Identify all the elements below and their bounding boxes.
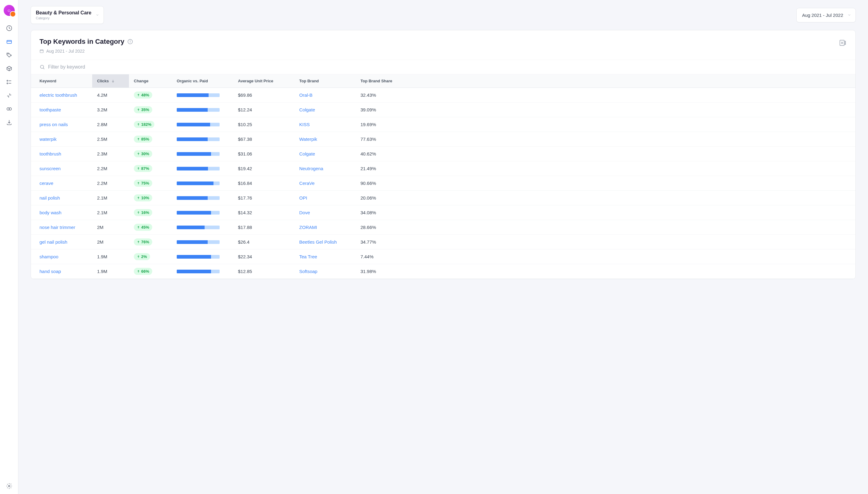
- brand-link[interactable]: CeraVe: [294, 177, 356, 189]
- organic-cell: [172, 266, 233, 277]
- logo[interactable]: ☺: [4, 5, 15, 16]
- filter-input[interactable]: [48, 64, 847, 70]
- col-price[interactable]: Average Unit Price: [233, 74, 294, 88]
- list-icon[interactable]: [6, 79, 12, 85]
- brand-link[interactable]: Beetles Gel Polish: [294, 236, 356, 248]
- card-icon[interactable]: [6, 39, 12, 45]
- svg-rect-15: [40, 50, 43, 53]
- price-value: $16.84: [233, 177, 294, 189]
- col-keyword[interactable]: Keyword: [31, 74, 92, 88]
- share-value: 90.66%: [356, 177, 855, 189]
- organic-cell: [172, 163, 233, 174]
- change-cell: 35%: [129, 102, 172, 117]
- clicks-value: 3.2M: [92, 103, 129, 116]
- brand-link[interactable]: Softsoap: [294, 265, 356, 278]
- brand-link[interactable]: Neutrogena: [294, 162, 356, 175]
- keyword-link[interactable]: body wash: [31, 206, 92, 219]
- keyword-link[interactable]: toothbrush: [31, 148, 92, 160]
- info-icon[interactable]: [127, 39, 133, 44]
- change-cell: 85%: [129, 132, 172, 146]
- change-badge: 87%: [134, 165, 152, 172]
- filter-row: [31, 60, 855, 74]
- organic-cell: [172, 90, 233, 101]
- brand-link[interactable]: Oral-B: [294, 89, 356, 101]
- table-row: nose hair trimmer 2M 45% $17.88 ZORAMI 2…: [31, 220, 855, 235]
- brand-link[interactable]: Colgate: [294, 148, 356, 160]
- keyword-link[interactable]: sunscreen: [31, 162, 92, 175]
- category-title: Beauty & Personal Care: [36, 10, 91, 16]
- brand-link[interactable]: Dove: [294, 206, 356, 219]
- price-value: $10.25: [233, 118, 294, 131]
- search-icon: [39, 64, 45, 70]
- brand-link[interactable]: Colgate: [294, 103, 356, 116]
- col-organic[interactable]: Organic vs. Paid: [172, 74, 233, 88]
- table-row: nail polish 2.1M 10% $17.76 OPI 20.06%: [31, 191, 855, 205]
- col-share[interactable]: Top Brand Share: [356, 74, 855, 88]
- box-icon[interactable]: [6, 65, 12, 72]
- change-badge: 30%: [134, 150, 152, 157]
- organic-bar: [177, 167, 220, 170]
- keyword-link[interactable]: shampoo: [31, 250, 92, 263]
- table-row: hand soap 1.9M 66% $12.85 Softsoap 31.98…: [31, 264, 855, 279]
- compress-icon[interactable]: [6, 92, 12, 98]
- category-subtitle: Category: [36, 16, 91, 20]
- clock-icon[interactable]: [6, 25, 12, 31]
- organic-cell: [172, 104, 233, 115]
- organic-cell: [172, 192, 233, 204]
- link-icon[interactable]: [6, 106, 12, 112]
- brand-link[interactable]: OPI: [294, 192, 356, 204]
- col-clicks[interactable]: Clicks: [92, 74, 129, 88]
- organic-bar: [177, 211, 220, 214]
- keyword-link[interactable]: gel nail polish: [31, 236, 92, 248]
- sidebar: ☺: [0, 0, 18, 494]
- keyword-link[interactable]: hand soap: [31, 265, 92, 278]
- change-cell: 2%: [129, 249, 172, 264]
- tag-icon[interactable]: [6, 52, 12, 58]
- share-value: 32.43%: [356, 89, 855, 101]
- brand-link[interactable]: Tea Tree: [294, 250, 356, 263]
- keyword-link[interactable]: nose hair trimmer: [31, 221, 92, 233]
- organic-bar: [177, 123, 220, 127]
- settings-icon[interactable]: [6, 483, 12, 489]
- organic-bar: [177, 137, 220, 141]
- table-row: press on nails 2.8M 182% $10.25 KISS 19.…: [31, 117, 855, 132]
- sort-desc-icon: [111, 79, 115, 83]
- change-cell: 45%: [129, 220, 172, 234]
- keyword-link[interactable]: press on nails: [31, 118, 92, 131]
- col-change[interactable]: Change: [129, 74, 172, 88]
- table-row: toothpaste 3.2M 35% $12.24 Colgate 39.09…: [31, 102, 855, 117]
- change-badge: 45%: [134, 224, 152, 231]
- arrow-up-icon: [137, 255, 140, 258]
- col-brand[interactable]: Top Brand: [294, 74, 356, 88]
- keyword-link[interactable]: toothpaste: [31, 103, 92, 116]
- brand-link[interactable]: Waterpik: [294, 133, 356, 146]
- arrow-up-icon: [137, 138, 140, 141]
- category-dropdown[interactable]: Beauty & Personal Care Category: [31, 6, 104, 24]
- share-value: 31.98%: [356, 265, 855, 278]
- organic-cell: [172, 236, 233, 248]
- share-value: 39.09%: [356, 103, 855, 116]
- share-value: 21.49%: [356, 162, 855, 175]
- download-icon[interactable]: [6, 119, 12, 126]
- organic-cell: [172, 178, 233, 189]
- change-badge: 48%: [134, 92, 152, 98]
- price-value: $31.06: [233, 148, 294, 160]
- share-value: 77.63%: [356, 133, 855, 146]
- keywords-card: Top Keywords in Category Aug 2021 - Jul …: [31, 30, 856, 279]
- brand-link[interactable]: ZORAMI: [294, 221, 356, 233]
- arrow-up-icon: [137, 152, 140, 155]
- share-value: 20.06%: [356, 192, 855, 204]
- share-value: 7.44%: [356, 250, 855, 263]
- export-excel-icon[interactable]: [839, 39, 847, 47]
- keyword-link[interactable]: waterpik: [31, 133, 92, 146]
- arrow-up-icon: [137, 196, 140, 200]
- keyword-link[interactable]: cerave: [31, 177, 92, 189]
- date-range-label: Aug 2021 - Jul 2022: [802, 13, 843, 18]
- svg-point-7: [7, 83, 8, 84]
- change-badge: 35%: [134, 106, 152, 113]
- date-range-dropdown[interactable]: Aug 2021 - Jul 2022: [796, 8, 856, 22]
- keyword-link[interactable]: electric toothbrush: [31, 89, 92, 101]
- clicks-value: 2.2M: [92, 177, 129, 189]
- keyword-link[interactable]: nail polish: [31, 192, 92, 204]
- brand-link[interactable]: KISS: [294, 118, 356, 131]
